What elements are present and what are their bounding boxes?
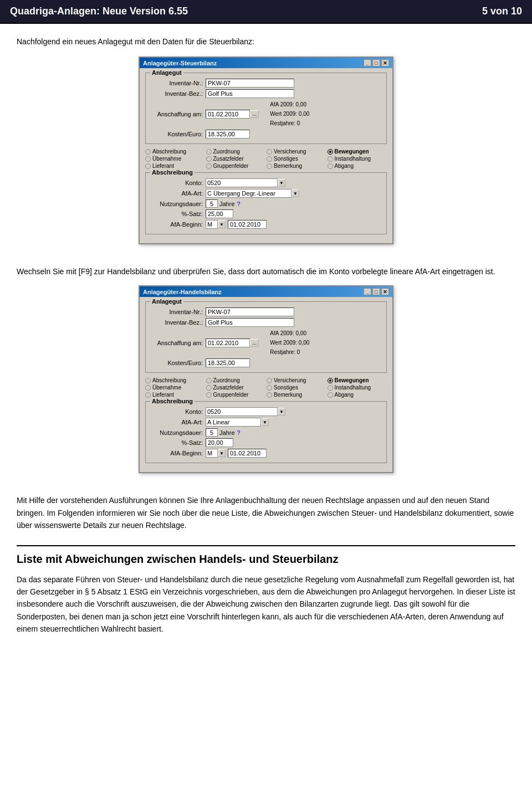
handels-afa-art-dropdown-arrow[interactable]: ▼ xyxy=(261,418,269,426)
maximize-button[interactable]: □ xyxy=(372,59,380,66)
handels-radio-dot-bewegungen xyxy=(328,378,333,383)
radio-uebernahme[interactable]: Übernahme xyxy=(145,156,205,162)
steuer-nutzung-input[interactable] xyxy=(206,199,218,208)
steuer-prozent-input[interactable] xyxy=(206,209,233,218)
steuer-konto-label: Konto: xyxy=(150,180,203,186)
handels-radio-dot-sonstiges xyxy=(267,385,272,391)
steuer-afa-art-input[interactable] xyxy=(206,189,291,198)
steuer-konto-input[interactable] xyxy=(206,178,278,187)
handels-afa-beginn-input[interactable] xyxy=(206,449,218,458)
afa-art-dropdown-arrow[interactable]: ▼ xyxy=(291,189,299,197)
steuer-anlagegut-group: Anlagegut Inventar-Nr.: Inventar-Bez.: xyxy=(145,73,387,144)
handels-radio-uebernahme[interactable]: Übernahme xyxy=(145,384,205,391)
radio-dot-abschreibung xyxy=(145,149,151,155)
minimize-button[interactable]: _ xyxy=(364,59,371,66)
radio-lieferant[interactable]: Lieferant xyxy=(145,163,205,169)
handels-maximize-button[interactable]: □ xyxy=(372,288,380,295)
handels-kosten-label: Kosten/Euro: xyxy=(150,360,203,366)
steuer-window-controls[interactable]: _ □ ✕ xyxy=(364,59,389,66)
handels-window-controls[interactable]: _ □ ✕ xyxy=(364,288,389,295)
steuer-afa-beginn-input[interactable] xyxy=(206,220,218,229)
inventar-bez-input[interactable] xyxy=(206,89,294,98)
radio-bemerkung[interactable]: Bemerkung xyxy=(267,163,326,169)
handels-afa-beginn-row: AfA-Beginn: ▼ xyxy=(150,449,382,458)
page-title: Quadriga-Anlagen: Neue Version 6.55 xyxy=(10,6,188,17)
handels-konto-dropdown-arrow[interactable]: ▼ xyxy=(278,408,285,416)
steuer-nutzung-row: Nutzungsdauer: Jahre ? xyxy=(150,199,382,208)
anschaffung-pick-button[interactable]: ... xyxy=(250,110,259,118)
handels-wert-2009-info: Wert 2009: 0,00 xyxy=(270,338,309,347)
handels-radio-dot-abschreibung xyxy=(145,378,151,383)
conclusion-text: Mit Hilfe der vorstehenden Ausführungen … xyxy=(17,494,515,531)
steuer-anlagegut-content: Inventar-Nr.: Inventar-Bez.: Anschaffung… xyxy=(150,79,382,139)
steuer-nutzung-help[interactable]: ? xyxy=(237,201,241,207)
handels-prozent-row: %-Satz: xyxy=(150,438,382,447)
close-button[interactable]: ✕ xyxy=(381,59,389,66)
handels-window-body: Neues Anlagegut Anlagegut Inventar-Nr.: … xyxy=(140,297,392,472)
handels-radio-sonstiges[interactable]: Sonstiges xyxy=(267,384,326,391)
handels-radio-abschreibung[interactable]: Abschreibung xyxy=(145,377,205,383)
intro-text: Nachfolgend ein neues Anlagegut mit den … xyxy=(17,36,515,48)
handels-kosten-input[interactable] xyxy=(206,358,250,367)
handels-radio-instandhaltung[interactable]: Instandhaltung xyxy=(328,384,387,391)
anschaffung-input[interactable] xyxy=(206,110,250,119)
steuer-afa-beginn-date[interactable] xyxy=(228,220,267,229)
handels-radio-bewegungen[interactable]: Bewegungen xyxy=(328,377,387,383)
handels-nutzung-input[interactable] xyxy=(206,428,218,437)
steuer-nutzung-label: Nutzungsdauer: xyxy=(150,201,203,207)
handels-minimize-button[interactable]: _ xyxy=(364,288,371,295)
handels-radio-bemerkung[interactable]: Bemerkung xyxy=(267,392,326,398)
radio-instandhaltung[interactable]: Instandhaltung xyxy=(328,156,387,162)
handels-radio-versicherung[interactable]: Versicherung xyxy=(267,377,326,383)
inventar-nr-row: Inventar-Nr.: xyxy=(150,79,382,88)
handels-inventar-nr-input[interactable] xyxy=(206,307,294,316)
handels-radio-tabs: Abschreibung Zuordnung Versicherung Bewe… xyxy=(145,377,387,398)
steuer-window: Anlagegüter-Steuerbilanz _ □ ✕ Neues Anl… xyxy=(139,57,393,244)
radio-dot-versicherung xyxy=(267,149,272,155)
handels-radio-dot-zusatzfelder xyxy=(206,385,212,391)
handels-konto-input[interactable] xyxy=(206,407,278,416)
radio-zuordnung[interactable]: Zuordnung xyxy=(206,148,266,155)
radio-gruppenfelder[interactable]: Gruppenfelder xyxy=(206,163,266,169)
handels-radio-gruppenfelder[interactable]: Gruppenfelder xyxy=(206,392,266,398)
handels-afa-beginn-date[interactable] xyxy=(228,449,267,458)
steuer-afa-art-row: AfA-Art: ▼ xyxy=(150,189,382,198)
handels-radio-zuordnung[interactable]: Zuordnung xyxy=(206,377,266,383)
handels-anschaffung-input[interactable] xyxy=(206,339,250,347)
handels-nutzung-help[interactable]: ? xyxy=(237,429,241,436)
kosten-input[interactable] xyxy=(206,130,250,139)
handels-anlagegut-group: Anlagegut Inventar-Nr.: Inventar-Bez.: xyxy=(145,301,387,373)
handels-close-button[interactable]: ✕ xyxy=(381,288,389,295)
handels-afa-art-input[interactable] xyxy=(206,418,261,427)
handels-inventar-bez-input[interactable] xyxy=(206,318,294,327)
handels-anschaffung-pick-button[interactable]: ... xyxy=(250,339,259,347)
radio-versicherung[interactable]: Versicherung xyxy=(267,148,326,155)
steuer-afa-beginn-label: AfA-Beginn: xyxy=(150,221,203,228)
steuer-nutzung-unit: Jahre xyxy=(219,201,235,207)
handels-radio-abgang[interactable]: Abgang xyxy=(328,392,387,398)
handels-afa-art-row: AfA-Art: ▼ xyxy=(150,418,382,427)
radio-bewegungen[interactable]: Bewegungen xyxy=(328,148,387,155)
radio-zusatzfelder[interactable]: Zusatzfelder xyxy=(206,156,266,162)
radio-sonstiges[interactable]: Sonstiges xyxy=(267,156,326,162)
handels-radio-lieferant[interactable]: Lieferant xyxy=(145,392,205,398)
handels-radio-zusatzfelder[interactable]: Zusatzfelder xyxy=(206,384,266,391)
handels-afa-beginn-arrow[interactable]: ▼ xyxy=(218,449,226,457)
handels-prozent-input[interactable] xyxy=(206,438,233,447)
radio-dot-zuordnung xyxy=(206,149,212,155)
steuer-abschreibung-group: Abschreibung Konto: ▼ AfA-Art: ▼ xyxy=(145,172,387,234)
radio-abgang[interactable]: Abgang xyxy=(328,163,387,169)
anschaffung-label: Anschaffung am: xyxy=(150,111,203,117)
inventar-nr-input[interactable] xyxy=(206,79,294,88)
handels-nutzung-label: Nutzungsdauer: xyxy=(150,429,203,436)
konto-dropdown-arrow[interactable]: ▼ xyxy=(278,179,285,187)
transition-text: Wechseln Sie mit [F9] zur Handelsbilanz … xyxy=(17,265,515,278)
wert-2009-info: Wert 2009: 0,00 xyxy=(270,109,309,119)
handels-radio-grid: Abschreibung Zuordnung Versicherung Bewe… xyxy=(145,377,387,398)
section-text: Da das separate Führen von Steuer- und H… xyxy=(17,573,515,635)
radio-dot-lieferant xyxy=(145,163,151,169)
radio-abschreibung[interactable]: Abschreibung xyxy=(145,148,205,155)
radio-dot-sonstiges xyxy=(267,156,272,162)
page-header: Quadriga-Anlagen: Neue Version 6.55 5 vo… xyxy=(0,0,532,24)
afa-beginn-arrow[interactable]: ▼ xyxy=(218,220,226,228)
